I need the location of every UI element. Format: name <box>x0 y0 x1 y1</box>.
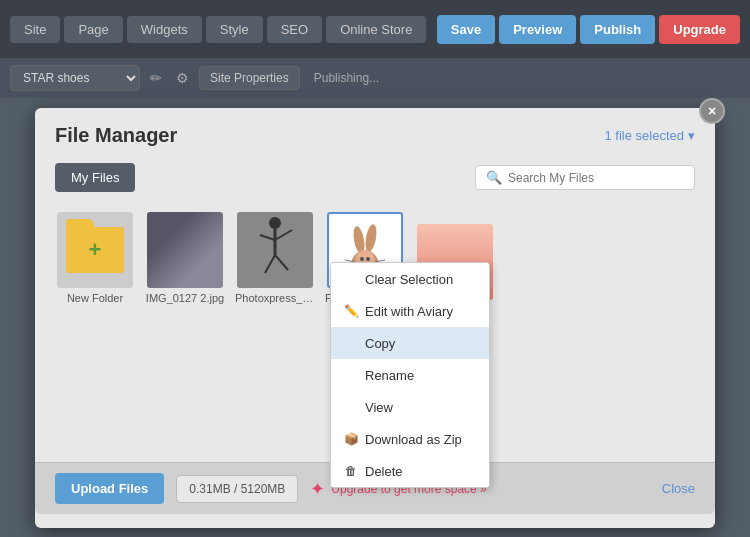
ctx-label-view: View <box>365 400 393 415</box>
modal-toolbar: My Files 🔍 <box>35 157 715 202</box>
selected-chevron-icon: ▾ <box>688 128 695 143</box>
folder-thumb: + <box>57 212 133 288</box>
view-icon <box>343 399 359 415</box>
download-zip-icon: 📦 <box>343 431 359 447</box>
modal-title: File Manager <box>55 124 177 147</box>
modal-overlay: × File Manager 1 file selected ▾ My File… <box>0 98 750 537</box>
copy-icon <box>343 335 359 351</box>
context-menu-edit-aviary[interactable]: ✏️ Edit with Aviary <box>331 295 489 327</box>
rename-icon <box>343 367 359 383</box>
ctx-label-edit: Edit with Aviary <box>365 304 453 319</box>
dancer-svg <box>250 215 300 285</box>
svg-point-10 <box>360 257 364 261</box>
list-item[interactable]: + New Folder <box>55 212 135 304</box>
tab-style[interactable]: Style <box>206 16 263 43</box>
context-menu-rename[interactable]: Rename <box>331 359 489 391</box>
upgrade-star-icon: ✦ <box>310 478 325 500</box>
delete-icon: 🗑 <box>343 463 359 479</box>
save-button[interactable]: Save <box>437 15 495 44</box>
ctx-label-download: Download as Zip <box>365 432 462 447</box>
ctx-label-rename: Rename <box>365 368 414 383</box>
file-label: New Folder <box>67 292 123 304</box>
tab-seo[interactable]: SEO <box>267 16 322 43</box>
files-area: + New Folder IMG_0127 2.jpg <box>35 202 715 462</box>
svg-point-8 <box>364 223 379 252</box>
search-icon: 🔍 <box>486 170 502 185</box>
modal-header: File Manager 1 file selected ▾ <box>35 108 715 157</box>
folder-icon: + <box>66 227 124 273</box>
tab-widgets[interactable]: Widgets <box>127 16 202 43</box>
preview-button[interactable]: Preview <box>499 15 576 44</box>
my-files-tab[interactable]: My Files <box>55 163 135 192</box>
close-link[interactable]: Close <box>662 481 695 496</box>
svg-line-4 <box>265 255 275 273</box>
file-label: Photoxpress_2712 <box>235 292 315 304</box>
tab-page[interactable]: Page <box>64 16 122 43</box>
svg-point-11 <box>366 257 370 261</box>
site-properties-button[interactable]: Site Properties <box>199 66 300 90</box>
clear-selection-icon <box>343 271 359 287</box>
edit-aviary-icon: ✏️ <box>343 303 359 319</box>
search-box: 🔍 <box>475 165 695 190</box>
search-input[interactable] <box>508 171 684 185</box>
list-item[interactable]: Photoxpress_2712 <box>235 212 315 304</box>
modal-close-button[interactable]: × <box>699 98 725 124</box>
context-menu-delete[interactable]: 🗑 Delete <box>331 455 489 487</box>
storage-info: 0.31MB / 5120MB <box>176 475 298 503</box>
context-menu-download-zip[interactable]: 📦 Download as Zip <box>331 423 489 455</box>
svg-line-5 <box>275 255 288 270</box>
photo-thumb <box>147 212 223 288</box>
context-menu-view[interactable]: View <box>331 391 489 423</box>
svg-line-2 <box>260 235 275 240</box>
context-menu-copy[interactable]: Copy <box>331 327 489 359</box>
tab-site[interactable]: Site <box>10 16 60 43</box>
site-selector[interactable]: STAR shoes <box>10 65 140 91</box>
upgrade-button[interactable]: Upgrade <box>659 15 740 44</box>
ctx-label-clear: Clear Selection <box>365 272 453 287</box>
selected-count: 1 file selected <box>605 128 685 143</box>
publish-button[interactable]: Publish <box>580 15 655 44</box>
svg-line-3 <box>275 230 292 240</box>
upload-files-button[interactable]: Upload Files <box>55 473 164 504</box>
svg-point-0 <box>269 217 281 229</box>
publishing-label: Publishing... <box>314 71 379 85</box>
settings-icon-button[interactable]: ⚙ <box>172 68 193 88</box>
context-menu: Clear Selection ✏️ Edit with Aviary Copy… <box>330 262 490 488</box>
list-item[interactable]: IMG_0127 2.jpg <box>145 212 225 304</box>
photo-thumb <box>237 212 313 288</box>
edit-icon-button[interactable]: ✏ <box>146 68 166 88</box>
ctx-label-delete: Delete <box>365 464 403 479</box>
tab-online-store[interactable]: Online Store <box>326 16 426 43</box>
file-manager-modal: × File Manager 1 file selected ▾ My File… <box>35 108 715 528</box>
top-nav-bar: Site Page Widgets Style SEO Online Store… <box>0 0 750 58</box>
selected-info[interactable]: 1 file selected ▾ <box>605 128 696 143</box>
folder-plus-icon: + <box>89 239 102 261</box>
context-menu-clear-selection[interactable]: Clear Selection <box>331 263 489 295</box>
file-label: IMG_0127 2.jpg <box>146 292 224 304</box>
ctx-label-copy: Copy <box>365 336 395 351</box>
secondary-bar: STAR shoes ✏ ⚙ Site Properties Publishin… <box>0 58 750 98</box>
